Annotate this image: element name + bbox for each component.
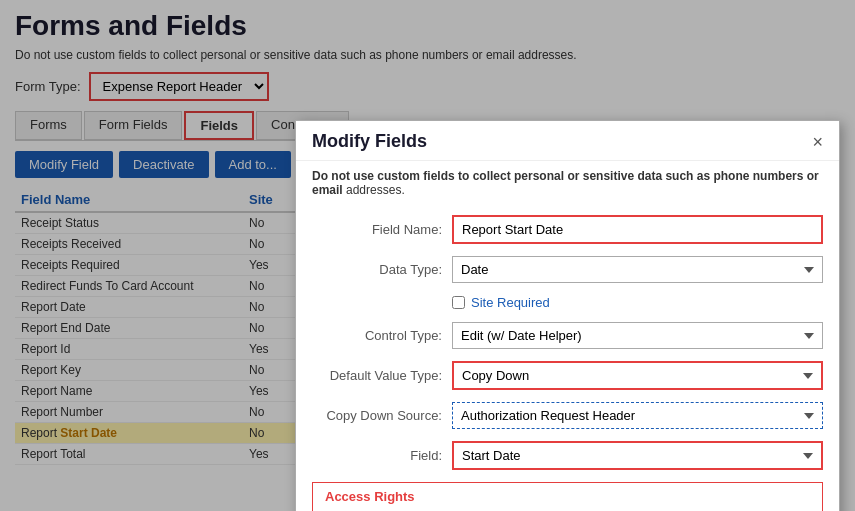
default-value-type-label: Default Value Type: — [312, 368, 452, 383]
field-label: Field: — [312, 448, 452, 463]
modify-fields-modal: Modify Fields × Do not use custom fields… — [295, 120, 840, 511]
field-name-control — [452, 215, 823, 244]
copy-down-source-control: Authorization Request Header — [452, 402, 823, 429]
page-container: Forms and Fields Do not use custom field… — [0, 0, 855, 511]
copy-down-source-select[interactable]: Authorization Request Header — [452, 402, 823, 429]
data-type-label: Data Type: — [312, 262, 452, 277]
field-name-input[interactable] — [452, 215, 823, 244]
control-type-select[interactable]: Edit (w/ Date Helper) — [452, 322, 823, 349]
control-type-label: Control Type: — [312, 328, 452, 343]
data-type-control: Date — [452, 256, 823, 283]
modal-warning: Do not use custom fields to collect pers… — [296, 161, 839, 205]
data-type-select[interactable]: Date — [452, 256, 823, 283]
default-value-type-select[interactable]: Copy Down — [452, 361, 823, 390]
default-value-type-control: Copy Down — [452, 361, 823, 390]
modal-body: Field Name: Data Type: Date Site Require… — [296, 205, 839, 511]
field-select[interactable]: Start Date — [452, 441, 823, 470]
field-row: Field: Start Date — [312, 441, 823, 470]
field-control: Start Date — [452, 441, 823, 470]
default-value-type-row: Default Value Type: Copy Down — [312, 361, 823, 390]
site-required-label: Site Required — [471, 295, 550, 310]
access-rights-title: Access Rights — [325, 489, 810, 504]
modal-title: Modify Fields — [312, 131, 427, 152]
control-type-row: Control Type: Edit (w/ Date Helper) — [312, 322, 823, 349]
copy-down-source-label: Copy Down Source: — [312, 408, 452, 423]
modal-close-button[interactable]: × — [812, 133, 823, 151]
field-name-label: Field Name: — [312, 222, 452, 237]
data-type-row: Data Type: Date — [312, 256, 823, 283]
site-required-checkbox[interactable] — [452, 296, 465, 309]
field-name-row: Field Name: — [312, 215, 823, 244]
site-required-row: Site Required — [452, 295, 823, 310]
access-rights-section: Access Rights — [312, 482, 823, 511]
modal-header: Modify Fields × — [296, 121, 839, 161]
copy-down-source-row: Copy Down Source: Authorization Request … — [312, 402, 823, 429]
control-type-control: Edit (w/ Date Helper) — [452, 322, 823, 349]
